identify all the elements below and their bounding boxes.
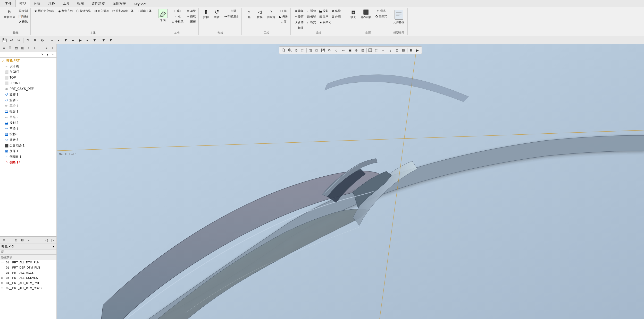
settings-btn[interactable]: ⚙ — [39, 37, 46, 44]
plane-btn[interactable]: 平面 — [156, 8, 169, 23]
revolve-btn[interactable]: ↺ 旋转 — [212, 8, 222, 20]
regenerate-btn[interactable]: ↻ 重新生成 — [3, 8, 16, 20]
sweep-btn[interactable]: →扫描 — [222, 8, 240, 13]
tree-item-front[interactable]: ⬜ FRONT — [0, 80, 56, 86]
undo-btn[interactable]: ↩ — [8, 37, 15, 44]
layer-item-3[interactable]: ≡ 03__PRT_ALL_CURVES — [0, 275, 56, 280]
layer-item-0[interactable]: — 01__PRT_ALL_DTM_PLN — [0, 260, 56, 265]
rib-btn[interactable]: ≡筋 — [277, 19, 289, 24]
tab-apps[interactable]: 应用程序 — [109, 0, 130, 7]
search-input[interactable] — [1, 53, 40, 56]
tree-item-right[interactable]: ⬜ RIGHT — [0, 69, 56, 75]
layer-next-btn[interactable]: ▷ — [50, 237, 55, 243]
boolean-btn[interactable]: ⊕布尔运算 — [93, 8, 110, 13]
tab-view[interactable]: 视图 — [73, 0, 88, 7]
vp-edge-btn[interactable]: ⬚ — [374, 47, 380, 53]
component-interface-btn[interactable]: 元件界面 — [392, 8, 406, 25]
tab-keyshot[interactable]: KeyShot — [130, 1, 150, 7]
dot2-btn[interactable]: ● — [70, 37, 76, 44]
boundary-blend-btn[interactable]: ⬛边界混合 — [359, 8, 373, 20]
tree-item-sketch2[interactable]: ✏ 草绘 2 — [0, 114, 56, 120]
dim-btn[interactable]: d= — [48, 37, 55, 44]
regen-btn[interactable]: ↻ — [24, 37, 31, 44]
project-btn[interactable]: ⬓投影 — [317, 8, 329, 13]
search-add-btn[interactable]: + — [50, 52, 55, 57]
vp-prev-btn[interactable]: ◁ — [333, 47, 339, 53]
arrow1-btn[interactable]: ▼ — [62, 37, 69, 44]
tree-item-revolve1[interactable]: ↺ 旋转 1 — [0, 92, 56, 97]
fill-btn[interactable]: ▦填充 — [348, 8, 358, 20]
mirror-btn[interactable]: ⇔镜像 — [293, 8, 305, 13]
split-edit-btn[interactable]: ⊠分割 — [330, 14, 342, 19]
round-btn[interactable]: ◝倒圆角 — [265, 8, 277, 20]
vp-play-btn[interactable]: ▶ — [414, 47, 421, 53]
freeform-btn[interactable]: ✿自由式 — [373, 14, 388, 19]
layer-list-btn[interactable]: ≡ — [1, 237, 7, 243]
tree-item-thicken[interactable]: ⊞ 加厚 1 — [0, 148, 56, 154]
vp-3d-btn[interactable]: ⊕ — [353, 47, 359, 53]
vp-reorient-btn[interactable]: ↕ — [388, 47, 394, 53]
tree-item-project3[interactable]: ⬓ 投影 3 — [0, 131, 56, 137]
tab-model[interactable]: 模型 — [15, 0, 30, 7]
vp-zoom-out-btn[interactable] — [280, 47, 287, 53]
layer-panel-title[interactable]: 叶轮.PRT ▼ — [0, 244, 56, 249]
copy-geom-btn[interactable]: ◈复制几何 — [56, 8, 74, 13]
layer-prev-btn[interactable]: ◁ — [44, 237, 49, 243]
new-body-btn[interactable]: +新建主体 — [135, 8, 153, 13]
vp-pause-btn[interactable]: ⏸ — [408, 47, 414, 53]
layer-title-dropdown[interactable]: ▼ — [52, 245, 55, 248]
tree-item-chamfer1[interactable]: ◝ 倒角 1 ° — [0, 160, 56, 165]
vp-sketch-btn[interactable]: ✏ — [340, 47, 347, 53]
layout-btn[interactable]: ▼ — [100, 37, 107, 44]
search-clear-btn[interactable]: ✕ — [40, 52, 45, 57]
user-feature-btn[interactable]: ★用户定义特征 — [33, 8, 56, 13]
extend-btn[interactable]: ↔延伸 — [305, 8, 317, 13]
vp-view-frame-btn[interactable]: □ — [314, 47, 320, 53]
shrinkwrap-btn[interactable]: ⬡收缩包络 — [74, 8, 92, 13]
csys-btn[interactable]: ⊕坐标系 — [170, 19, 185, 24]
tree-item-top[interactable]: ⬜ TOP — [0, 75, 56, 80]
layer-item-1[interactable]: — 01__PRT_DEF_DTM_PLN — [0, 265, 56, 270]
vp-wire-btn[interactable]: ≡ — [380, 47, 386, 53]
thicken-btn[interactable]: ⊞加厚 — [317, 14, 329, 19]
vp-zoom-in-btn[interactable] — [287, 47, 293, 53]
tree-arrow-btn[interactable]: ⟨ — [26, 45, 31, 51]
graphic-btn[interactable]: □图形 — [185, 19, 197, 24]
vp-view-mgr-btn[interactable]: ⊠ — [394, 47, 400, 53]
delete-btn[interactable]: ✕ 删除 — [17, 19, 29, 24]
warp-btn[interactable]: ~扭曲 — [293, 25, 305, 30]
vp-fit-btn[interactable]: ⊙ — [293, 47, 299, 53]
save-toolbar-btn[interactable]: 💾 — [1, 37, 8, 44]
tree-item-sketch1[interactable]: ✏ 草绘 1 — [0, 103, 56, 109]
layer-btn1[interactable]: ⊡ — [13, 237, 19, 243]
hole-btn[interactable]: ○孔 — [244, 8, 254, 20]
vp-reset-btn[interactable]: ⟳ — [327, 47, 333, 53]
vp-option-btn[interactable]: ⊡ — [360, 47, 366, 53]
tree-item-revolve3[interactable]: ↺ 旋转 3 — [0, 137, 56, 143]
tree-list2-btn[interactable]: ☰ — [7, 45, 13, 51]
tree-item-project1[interactable]: ⬓ 投影 1 — [0, 109, 56, 114]
dot3-btn[interactable]: ● — [84, 37, 91, 44]
point-btn[interactable]: ·点 — [170, 14, 185, 19]
axis-btn[interactable]: ⟷轴 — [170, 8, 185, 13]
search-down-btn[interactable]: ▼ — [45, 52, 50, 57]
paste-btn[interactable]: 📋 粘贴 — [17, 14, 29, 19]
tree-grid-btn[interactable]: ▤ — [13, 45, 19, 51]
tree-item-boundary-blend[interactable]: ⬛ 边界混合 1 — [0, 143, 56, 148]
swept-blend-btn[interactable]: ⇝扫描混合 — [222, 14, 240, 19]
tree-list-btn[interactable]: ≡ — [1, 45, 7, 51]
layer-more-btn[interactable]: » — [26, 237, 31, 243]
arrow2-btn[interactable]: ▼ — [91, 37, 98, 44]
tree-options-btn[interactable]: ≡ — [44, 45, 49, 51]
tree-item-root[interactable]: △ 叶轮.PRT — [0, 58, 56, 63]
layer-btn2[interactable]: ⊟ — [20, 237, 25, 243]
tab-flex[interactable]: 柔性建模 — [88, 0, 109, 7]
sketch-datum-btn[interactable]: ✏草绘 — [185, 8, 197, 13]
draft-btn[interactable]: ◁拔模 — [255, 8, 265, 20]
vp-save-view-btn[interactable]: 💾 — [320, 47, 326, 53]
tree-item-sketch3[interactable]: ✏ 草绘 3 — [0, 126, 56, 131]
vp-orient-btn[interactable]: ◫ — [307, 47, 313, 53]
curve-btn[interactable]: ~曲线 — [185, 14, 197, 19]
filter-btn[interactable]: ▼ — [107, 37, 114, 44]
tree-item-round1[interactable]: ◝ 倒圆角 1 — [0, 154, 56, 160]
